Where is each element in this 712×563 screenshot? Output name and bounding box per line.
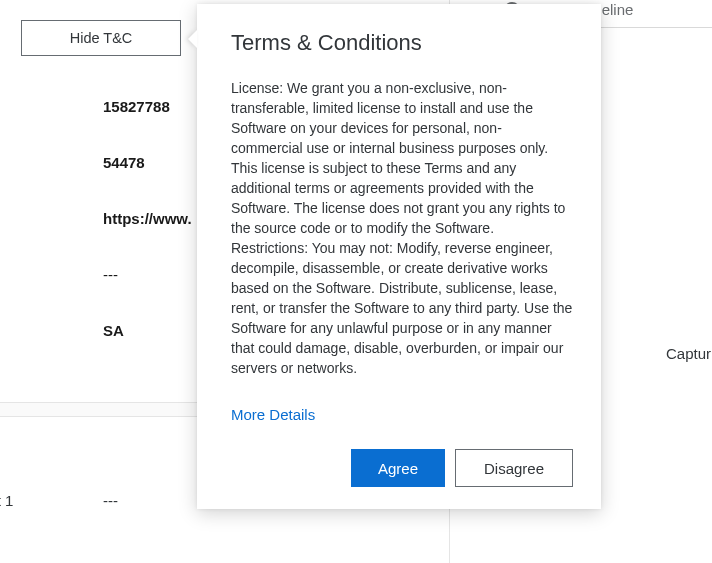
popover-body-text: License: We grant you a non-exclusive, n… xyxy=(231,78,573,378)
disagree-button[interactable]: Disagree xyxy=(455,449,573,487)
field-value-code: SA xyxy=(103,322,124,339)
lower-value-1: --- xyxy=(103,492,118,509)
popover-footer: Agree Disagree xyxy=(231,449,573,487)
lower-label-1: eet 1 xyxy=(0,492,13,509)
agree-button[interactable]: Agree xyxy=(351,449,445,487)
hide-terms-label: Hide T&C xyxy=(70,30,133,46)
terms-popover: Terms & Conditions License: We grant you… xyxy=(197,4,601,509)
popover-title: Terms & Conditions xyxy=(231,30,573,56)
field-value-id1: 15827788 xyxy=(103,98,170,115)
field-value-id2: 54478 xyxy=(103,154,145,171)
popover-arrow xyxy=(188,30,197,48)
agree-label: Agree xyxy=(378,460,418,477)
field-value-dash1: --- xyxy=(103,266,118,283)
more-details-link[interactable]: More Details xyxy=(231,406,315,423)
hide-terms-button[interactable]: Hide T&C xyxy=(21,20,181,56)
capture-button-partial[interactable]: Captur xyxy=(666,345,711,362)
field-value-url: https://www. xyxy=(103,210,192,227)
disagree-label: Disagree xyxy=(484,460,544,477)
